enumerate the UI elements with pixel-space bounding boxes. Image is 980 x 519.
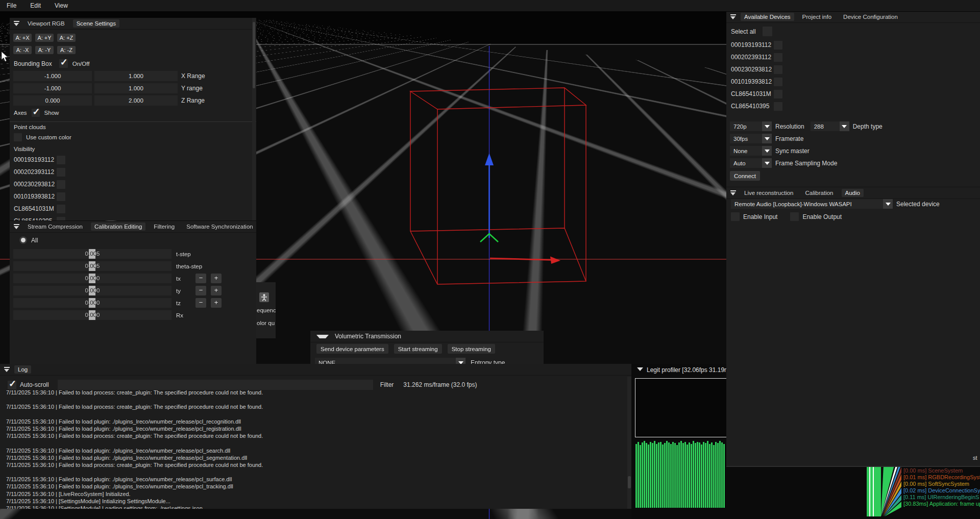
dropdown-sync-master[interactable]: None [730, 146, 772, 156]
occluded-panel-fragment: equenc olor qu [256, 282, 276, 338]
axis-button-5[interactable]: A: -Z [57, 46, 76, 54]
decrement-button[interactable]: − [195, 298, 206, 308]
tab-live-reconstruction[interactable]: Live reconstruction [741, 189, 797, 197]
tab-log[interactable]: Log [14, 365, 31, 374]
axis-button-0[interactable]: A: +X [13, 34, 32, 42]
collapse-triangle-icon[interactable] [637, 367, 643, 371]
bounding-box-checkbox[interactable] [59, 59, 68, 68]
device-select-checkbox[interactable] [774, 102, 782, 111]
audio-device-dropdown[interactable]: Remote Audio [Loopback]-Windows WASAPI [731, 199, 893, 209]
tab-software-synchronization[interactable]: Software Synchronization [183, 223, 256, 231]
range-min-input[interactable]: -1.000 [13, 71, 92, 81]
range-row-2: 0.0002.000Z Range [10, 95, 256, 106]
dropdown-framerate[interactable]: 30fps [730, 134, 772, 143]
slider-label: theta-step [176, 263, 195, 269]
range-min-input[interactable]: -1.000 [13, 83, 92, 93]
scene-panel-scroll-thumb[interactable] [253, 22, 255, 88]
device-select-checkbox[interactable] [774, 41, 782, 50]
device-visibility-checkbox[interactable] [57, 192, 65, 201]
histogram-bar [668, 442, 670, 508]
device-visibility-checkbox[interactable] [57, 156, 65, 164]
device-select-checkbox[interactable] [774, 65, 782, 74]
histogram-bar [650, 442, 651, 508]
increment-button[interactable]: + [211, 274, 222, 283]
range-min-input[interactable]: 0.000 [13, 95, 92, 106]
bounding-box-label: Bounding Box [14, 60, 52, 67]
volumetric-button-2[interactable]: Stop streaming [448, 344, 495, 354]
volumetric-button-0[interactable]: Send device parameters [316, 344, 388, 354]
enable-output-checkbox[interactable] [790, 212, 799, 221]
slider-theta-step[interactable]: 0.005 [13, 261, 172, 271]
log-line: 7/11/2025 15:36:10 | [LiveRecoSystem] In… [6, 490, 624, 498]
visibility-device-row: 000202393112 [14, 166, 65, 178]
person-icon-button[interactable] [259, 292, 269, 302]
log-line [6, 411, 624, 418]
device-visibility-checkbox[interactable] [57, 217, 65, 221]
tab-calibration[interactable]: Calibration [802, 189, 837, 197]
enable-input-checkbox[interactable] [731, 212, 740, 221]
axis-button-2[interactable]: A: +Z [57, 34, 76, 42]
device-select-checkbox[interactable] [774, 53, 782, 62]
slider-ty[interactable]: 0.000 [13, 286, 172, 295]
select-all-checkbox[interactable] [763, 27, 772, 36]
auto-scroll-label: Auto-scroll [20, 381, 49, 388]
axis-button-1[interactable]: A: +Y [35, 34, 54, 42]
range-label: Y range [181, 85, 203, 92]
collapse-panel-icon[interactable] [730, 190, 736, 196]
volumetric-button-1[interactable]: Start streaming [394, 344, 442, 354]
axis-button-4[interactable]: A: -Y [35, 46, 54, 54]
axis-button-3[interactable]: A: -X [13, 46, 32, 54]
slider-tx[interactable]: 0.000 [13, 274, 172, 283]
tab-calibration-editing[interactable]: Calibration Editing [91, 223, 145, 231]
device-select-checkbox[interactable] [774, 90, 782, 98]
connect-button[interactable]: Connect [730, 171, 760, 181]
range-max-input[interactable]: 2.000 [94, 95, 178, 106]
tab-filtering[interactable]: Filtering [150, 223, 178, 231]
dropdown-depth-type[interactable]: 288 [811, 121, 849, 131]
log-scrollbar[interactable] [627, 377, 631, 509]
decrement-button[interactable]: − [195, 286, 206, 295]
tab-scene-settings[interactable]: Scene Settings [73, 19, 119, 28]
tab-device-configuration[interactable]: Device Configuration [840, 13, 901, 21]
slider-tz[interactable]: 0.000 [13, 298, 172, 308]
device-select-checkbox[interactable] [774, 78, 782, 86]
use-custom-color-checkbox[interactable] [14, 133, 22, 141]
device-visibility-checkbox[interactable] [57, 180, 65, 189]
decrement-button[interactable]: − [195, 274, 206, 283]
log-scroll-thumb[interactable] [628, 476, 631, 488]
volumetric-buttons: Send device parametersStart streamingSto… [316, 344, 495, 354]
axes-show-checkbox[interactable] [32, 109, 40, 117]
axes-row: Axes Show [14, 109, 59, 117]
log-filter-input[interactable] [58, 380, 373, 390]
slider-t-step[interactable]: 0.005 [13, 249, 172, 259]
device-visibility-checkbox[interactable] [57, 205, 65, 213]
increment-button[interactable]: + [211, 286, 222, 295]
tab-viewport-rgb[interactable]: Viewport RGB [24, 19, 68, 28]
collapse-panel-icon[interactable] [4, 367, 10, 373]
tab-available-devices[interactable]: Available Devices [741, 13, 794, 21]
auto-scroll-checkbox[interactable] [8, 381, 16, 389]
collapse-panel-icon[interactable] [730, 14, 736, 20]
log-line [6, 468, 624, 476]
menu-item-view[interactable]: View [55, 2, 68, 9]
tab-stream-compression[interactable]: Stream Compression [24, 223, 86, 231]
tab-audio[interactable]: Audio [842, 189, 864, 197]
range-max-input[interactable]: 1.000 [94, 71, 178, 81]
tab-project-info[interactable]: Project info [799, 13, 836, 21]
menu-item-file[interactable]: File [7, 2, 16, 9]
scene-panel-scrollbar[interactable] [252, 18, 256, 220]
menu-item-edit[interactable]: Edit [30, 2, 41, 9]
dropdown-resolution[interactable]: 720p [730, 121, 772, 131]
slider-Rx[interactable]: 0.000 [13, 310, 172, 320]
all-radio[interactable] [19, 236, 27, 244]
increment-button[interactable]: + [211, 298, 222, 308]
up-axis-arrowhead [485, 153, 494, 165]
collapse-panel-icon[interactable] [14, 21, 19, 27]
collapse-triangle-icon[interactable] [316, 335, 329, 338]
range-max-input[interactable]: 1.000 [94, 83, 178, 93]
slider-row-t-step: 0.005t-step [13, 249, 256, 259]
collapse-panel-icon[interactable] [14, 224, 19, 230]
dropdown-frame-sampling-mode[interactable]: Auto [730, 158, 772, 168]
histogram-bar [680, 441, 682, 508]
device-visibility-checkbox[interactable] [57, 168, 65, 177]
